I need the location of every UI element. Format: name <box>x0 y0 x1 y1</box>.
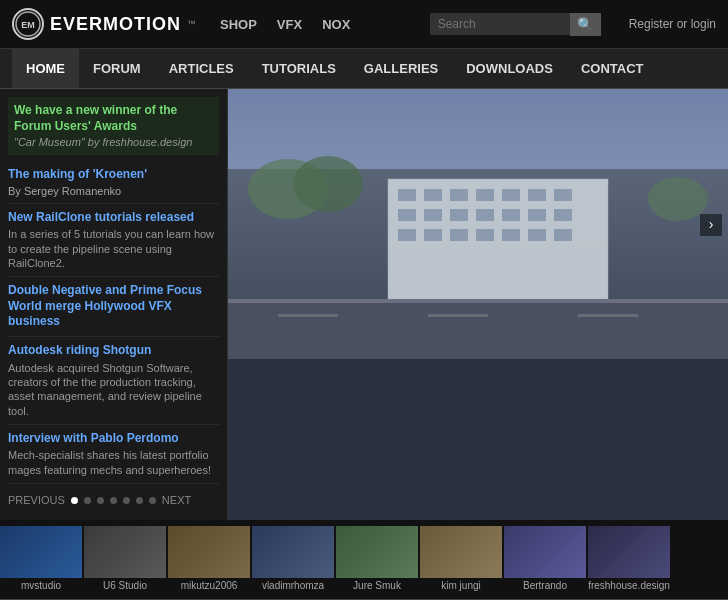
svg-rect-27 <box>502 229 520 241</box>
news-body-4: Autodesk acquired Shotgun Software, crea… <box>8 361 219 418</box>
forum-winner-title[interactable]: We have a new winner of the Forum Users'… <box>14 103 213 134</box>
forum-winner-subtitle: "Car Museum" by freshhouse.design <box>14 136 213 148</box>
svg-rect-20 <box>502 209 520 221</box>
svg-rect-12 <box>476 189 494 201</box>
search-button[interactable]: 🔍 <box>570 13 601 36</box>
svg-rect-21 <box>528 209 546 221</box>
dot-3[interactable] <box>97 497 104 504</box>
svg-rect-9 <box>398 189 416 201</box>
svg-rect-34 <box>578 314 638 317</box>
svg-text:›: › <box>709 216 714 232</box>
news-title-5[interactable]: Interview with Pablo Perdomo <box>8 431 219 447</box>
news-body-5: Mech-specialist shares his latest portfo… <box>8 448 219 477</box>
thumb-bertrando[interactable]: Bertrando <box>504 526 586 593</box>
svg-rect-13 <box>502 189 520 201</box>
svg-rect-33 <box>428 314 488 317</box>
top-navigation: SHOP VFX NOX <box>220 17 350 32</box>
svg-rect-15 <box>554 189 572 201</box>
news-item-4: Autodesk riding Shotgun Autodesk acquire… <box>8 337 219 425</box>
hero-area: › <box>228 89 728 520</box>
forum-winner-item: We have a new winner of the Forum Users'… <box>8 97 219 155</box>
thumb-label-bertrando: Bertrando <box>504 578 586 593</box>
news-title-3[interactable]: Double Negative and Prime Focus World me… <box>8 283 219 330</box>
news-title-1[interactable]: The making of 'Kroenen' <box>8 167 219 183</box>
dot-6[interactable] <box>136 497 143 504</box>
svg-rect-18 <box>450 209 468 221</box>
dot-1[interactable] <box>71 497 78 504</box>
svg-rect-30 <box>228 299 728 359</box>
dot-5[interactable] <box>123 497 130 504</box>
svg-rect-28 <box>528 229 546 241</box>
svg-rect-29 <box>554 229 572 241</box>
svg-rect-11 <box>450 189 468 201</box>
thumb-vladimr[interactable]: vladimrhomza <box>252 526 334 593</box>
slideshow-controls: PREVIOUS NEXT <box>8 488 219 512</box>
dot-2[interactable] <box>84 497 91 504</box>
next-button[interactable]: NEXT <box>162 494 191 506</box>
nav-home[interactable]: HOME <box>12 49 79 88</box>
svg-text:EM: EM <box>21 20 35 30</box>
thumb-freshhouse[interactable]: freshhouse.design <box>588 526 670 593</box>
thumb-label-mikutzu: mikutzu2006 <box>168 578 250 593</box>
thumb-jure[interactable]: Jure Smuk <box>336 526 418 593</box>
svg-rect-22 <box>554 209 572 221</box>
search-input[interactable] <box>430 13 570 35</box>
top-nav-nox[interactable]: NOX <box>322 17 350 32</box>
brand-tm: ™ <box>187 19 196 29</box>
news-item-2: New RailClone tutorials released In a se… <box>8 204 219 277</box>
sidebar: We have a new winner of the Forum Users'… <box>0 89 228 520</box>
svg-rect-23 <box>398 229 416 241</box>
previous-button[interactable]: PREVIOUS <box>8 494 65 506</box>
logo-area: EM EVERMOTION™ <box>12 8 196 40</box>
hero-image: › <box>228 89 728 359</box>
svg-rect-31 <box>228 299 728 303</box>
news-item-5: Interview with Pablo Perdomo Mech-specia… <box>8 425 219 484</box>
site-header: EM EVERMOTION™ SHOP VFX NOX 🔍 Register o… <box>0 0 728 49</box>
thumb-kimjungi[interactable]: kim jungi <box>420 526 502 593</box>
thumb-label-u6studio: U6 Studio <box>84 578 166 593</box>
search-area: 🔍 <box>430 13 601 36</box>
thumb-label-freshhouse: freshhouse.design <box>588 578 670 593</box>
svg-rect-32 <box>278 314 338 317</box>
thumb-label-vladimr: vladimrhomza <box>252 578 334 593</box>
thumb-mikutzu[interactable]: mikutzu2006 <box>168 526 250 593</box>
thumbnail-strip: mvstudio U6 Studio mikutzu2006 vladimrho… <box>0 520 728 599</box>
dot-7[interactable] <box>149 497 156 504</box>
svg-rect-10 <box>424 189 442 201</box>
nav-galleries[interactable]: GALLERIES <box>350 49 452 88</box>
svg-point-6 <box>648 177 708 221</box>
nav-contact[interactable]: CONTACT <box>567 49 658 88</box>
nav-articles[interactable]: ARTICLES <box>155 49 248 88</box>
thumb-label-mvstudio: mvstudio <box>0 578 82 593</box>
main-content: We have a new winner of the Forum Users'… <box>0 89 728 520</box>
nav-downloads[interactable]: DOWNLOADS <box>452 49 567 88</box>
news-body-2: In a series of 5 tutorials you can learn… <box>8 227 219 270</box>
news-item-1: The making of 'Kroenen' By Sergey Romane… <box>8 161 219 204</box>
svg-rect-19 <box>476 209 494 221</box>
thumb-label-jure: Jure Smuk <box>336 578 418 593</box>
nav-tutorials[interactable]: TUTORIALS <box>248 49 350 88</box>
svg-rect-25 <box>450 229 468 241</box>
dot-4[interactable] <box>110 497 117 504</box>
thumb-mvstudio[interactable]: mvstudio <box>0 526 82 593</box>
news-item-3: Double Negative and Prime Focus World me… <box>8 277 219 337</box>
top-nav-vfx[interactable]: VFX <box>277 17 302 32</box>
svg-rect-14 <box>528 189 546 201</box>
nav-forum[interactable]: FORUM <box>79 49 155 88</box>
brand-name: EVERMOTION <box>50 14 181 35</box>
svg-rect-17 <box>424 209 442 221</box>
top-nav-shop[interactable]: SHOP <box>220 17 257 32</box>
main-navigation: HOME FORUM ARTICLES TUTORIALS GALLERIES … <box>0 49 728 89</box>
logo-icon: EM <box>12 8 44 40</box>
register-login-link[interactable]: Register or login <box>629 17 716 31</box>
thumb-u6studio[interactable]: U6 Studio <box>84 526 166 593</box>
news-sub-1: By Sergey Romanenko <box>8 185 219 197</box>
news-title-4[interactable]: Autodesk riding Shotgun <box>8 343 219 359</box>
svg-rect-16 <box>398 209 416 221</box>
thumb-label-kimjungi: kim jungi <box>420 578 502 593</box>
svg-rect-26 <box>476 229 494 241</box>
news-title-2[interactable]: New RailClone tutorials released <box>8 210 219 226</box>
svg-point-5 <box>293 156 363 212</box>
svg-rect-24 <box>424 229 442 241</box>
